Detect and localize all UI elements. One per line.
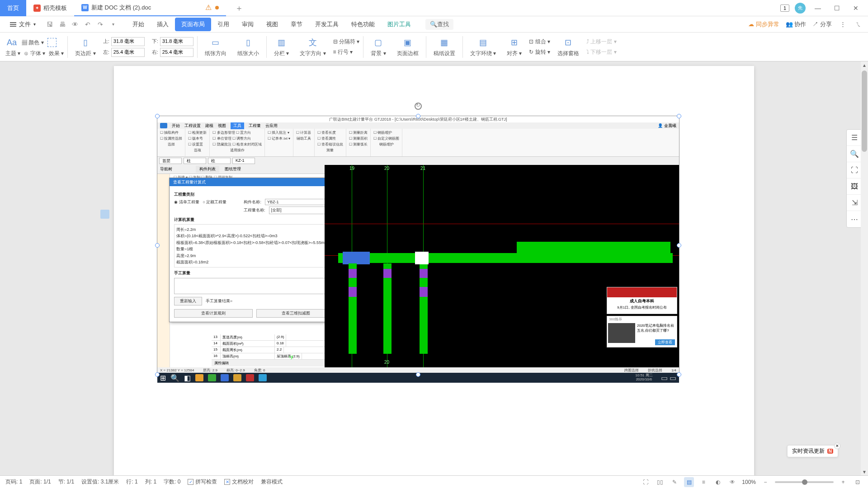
crop-icon[interactable]: ⛶ [847, 162, 862, 178]
status-page[interactable]: 页面: 1/1 [29, 478, 51, 486]
selection-pane-label[interactable]: 选择窗格 [557, 50, 579, 57]
tab-picture-tools[interactable]: 图片工具 [381, 18, 417, 31]
line-number-dropdown[interactable]: ≡ 行号 ▾ [333, 48, 360, 56]
zoom-thumb[interactable] [802, 479, 807, 485]
user-avatar[interactable]: 先 [795, 3, 806, 14]
web-view-icon[interactable]: ≡ [698, 477, 708, 487]
zoom-slider[interactable] [775, 481, 834, 483]
resize-handle-n[interactable] [416, 114, 420, 118]
theme-icon[interactable]: Aa [5, 36, 18, 49]
news-close-icon[interactable]: ✕ [834, 443, 840, 449]
outline-view-icon[interactable]: ✎ [670, 477, 679, 487]
resize-handle-sw[interactable] [155, 372, 160, 377]
selection-pane-icon[interactable]: ⊡ [562, 36, 575, 49]
zoom-out-icon[interactable]: − [760, 477, 770, 487]
status-chars[interactable]: 字数: 0 [164, 478, 180, 486]
resize-handle-s[interactable] [416, 372, 420, 377]
news-notification[interactable]: 实时资讯更新 N ✕ [787, 445, 838, 457]
undo-icon[interactable]: ↶ [84, 20, 92, 28]
collab-button[interactable]: 👥 协作 [786, 20, 807, 28]
group-dropdown[interactable]: ⊡ 组合 ▾ [529, 38, 550, 46]
fit-page-icon[interactable]: ⊡ [853, 477, 863, 487]
read-view-icon[interactable]: ▯▯ [655, 477, 665, 487]
margin-bottom-input[interactable] [160, 37, 193, 46]
export-icon[interactable]: ⇲ [847, 195, 862, 211]
page-border-icon[interactable]: ▣ [401, 36, 414, 49]
resize-handle-e[interactable] [677, 243, 681, 248]
tab-page-layout[interactable]: 页面布局 [175, 18, 211, 31]
text-wrap-label[interactable]: 文字环绕 ▾ [470, 50, 496, 57]
resize-handle-ne[interactable] [677, 114, 681, 118]
breaks-dropdown[interactable]: ⊟ 分隔符 ▾ [333, 38, 360, 46]
layout-options-icon[interactable]: ☰ [847, 130, 862, 146]
print-icon[interactable]: 🖶 [58, 20, 66, 28]
qat-dropdown-icon[interactable]: ▾ [109, 20, 117, 28]
eye-protect-icon[interactable]: 👁 [727, 477, 737, 487]
page-view-icon[interactable]: ▤ [684, 477, 694, 487]
text-direction-icon[interactable]: 文 [307, 36, 319, 49]
collapse-ribbon-icon[interactable]: ㄟ [854, 20, 863, 29]
sync-status[interactable]: ☁ 同步异常 [748, 20, 779, 28]
document-canvas[interactable]: 广联达BIM土建计量平台 GTJ2018 - [C:\Users\R600\De… [0, 61, 868, 475]
tab-home[interactable]: 首页 [0, 0, 26, 16]
tab-sections[interactable]: 章节 [284, 18, 309, 31]
search-box[interactable]: 🔍查找 [425, 19, 453, 30]
minimize-button[interactable]: — [811, 1, 825, 15]
zoom-in-icon[interactable]: + [838, 477, 848, 487]
maximize-button[interactable]: ☐ [830, 1, 844, 15]
rotate-handle[interactable] [415, 103, 422, 110]
page-border-label[interactable]: 页面边框 [397, 50, 419, 57]
close-button[interactable]: ✕ [849, 1, 863, 15]
more-menu-icon[interactable]: ⋮ [838, 20, 847, 29]
tab-references[interactable]: 引用 [211, 18, 236, 31]
paper-size-label[interactable]: 纸张大小 [237, 50, 259, 57]
orientation-label[interactable]: 纸张方向 [205, 50, 226, 57]
spell-check-toggle[interactable]: ✓拼写检查 [188, 478, 217, 486]
text-wrap-icon[interactable]: ▤ [476, 36, 489, 49]
tab-review[interactable]: 审阅 [236, 18, 260, 31]
tab-start[interactable]: 开始 [126, 18, 151, 31]
zoom-icon[interactable]: 🔍 [847, 146, 862, 162]
margin-right-input[interactable] [160, 48, 193, 57]
effect-dropdown[interactable]: 效果 ▾ [49, 50, 64, 57]
margin-top-input[interactable] [111, 37, 145, 46]
resize-handle-se[interactable] [677, 372, 681, 377]
new-tab-button[interactable]: ＋ [235, 3, 243, 14]
page-margin-icon[interactable]: ▯ [79, 36, 92, 49]
tab-view[interactable]: 视图 [260, 18, 284, 31]
fullscreen-icon[interactable]: ⛶ [641, 477, 651, 487]
tab-features[interactable]: 特色功能 [345, 18, 381, 31]
zoom-level[interactable]: 100% [742, 479, 756, 485]
resize-handle-w[interactable] [155, 243, 160, 248]
status-page-no[interactable]: 页码: 1 [5, 478, 22, 486]
window-count[interactable]: 1 [780, 5, 789, 12]
orientation-icon[interactable]: ▭ [209, 36, 222, 49]
tab-document[interactable]: W 新建 DOC 文档 (2).doc ⚠ [74, 0, 226, 16]
scroll-thumb[interactable] [862, 70, 867, 152]
more-tools-icon[interactable]: ⋯ [847, 211, 862, 227]
background-label[interactable]: 背景 ▾ [371, 50, 386, 57]
columns-label[interactable]: 分栏 ▾ [274, 50, 289, 57]
tab-docer[interactable]: ✦稻壳模板 [26, 0, 74, 16]
print-preview-icon[interactable]: 👁 [71, 20, 79, 28]
share-button[interactable]: ↗ 分享 [812, 20, 832, 28]
page-margin-label[interactable]: 页边距 ▾ [75, 50, 95, 57]
grid-paper-icon[interactable]: ▦ [438, 36, 451, 49]
vertical-scrollbar[interactable]: ▲ ▼ [861, 61, 868, 475]
tab-insert[interactable]: 插入 [151, 18, 175, 31]
effects-icon[interactable] [47, 38, 57, 47]
columns-icon[interactable]: ▥ [275, 36, 288, 49]
grid-paper-label[interactable]: 稿纸设置 [434, 50, 455, 57]
save-icon[interactable]: 🖫 [46, 20, 54, 28]
font-dropdown[interactable]: ⊙ 字体 ▾ [24, 50, 45, 57]
file-menu[interactable]: 文件▾ [5, 19, 40, 30]
rotate-dropdown[interactable]: ↻ 旋转 ▾ [529, 48, 550, 56]
paste-options-icon[interactable] [100, 210, 109, 219]
embedded-screenshot[interactable]: 广联达BIM土建计量平台 GTJ2018 - [C:\Users\R600\De… [157, 116, 679, 375]
theme-label[interactable]: 主题 ▾ [5, 50, 20, 57]
color-dropdown[interactable]: ▦ 颜色 ▾ [22, 39, 44, 47]
sidebar-view-icon[interactable]: ◐ [713, 477, 723, 487]
proofread-toggle[interactable]: ✕文档校对 [224, 478, 254, 486]
align-icon[interactable]: ⊞ [508, 36, 521, 49]
margin-left-input[interactable] [111, 48, 145, 57]
